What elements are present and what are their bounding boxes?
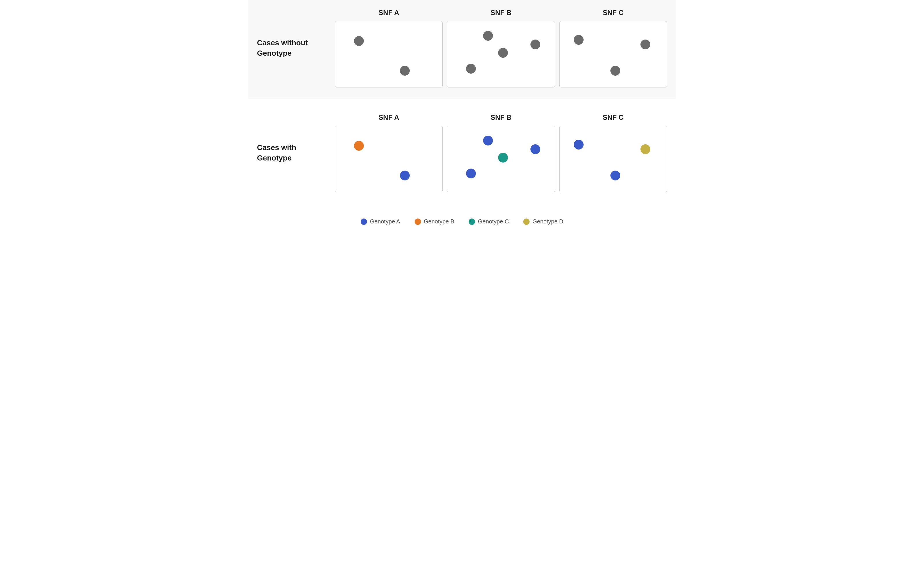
- legend-container: Genotype AGenotype BGenotype CGenotype D: [248, 218, 676, 233]
- panel-box: [335, 21, 443, 87]
- legend-label: Genotype C: [478, 218, 509, 225]
- legend-dot-icon: [469, 219, 475, 225]
- panel-title: SNF C: [603, 113, 623, 122]
- case-dot: [400, 66, 410, 76]
- legend-item: Genotype B: [415, 218, 455, 225]
- case-dot: [483, 31, 493, 41]
- case-dot: [611, 171, 620, 180]
- section-with-genotype: Cases with GenotypeSNF ASNF BSNF C: [248, 105, 676, 204]
- case-dot: [641, 40, 650, 49]
- panel-box: [335, 126, 443, 192]
- panel-box: [447, 126, 555, 192]
- panel-title: SNF B: [491, 9, 511, 17]
- legend-dot-icon: [523, 219, 530, 225]
- legend-item: Genotype A: [361, 218, 400, 225]
- panel-wrapper: SNF B: [447, 9, 555, 87]
- case-dot: [530, 40, 540, 49]
- legend-item: Genotype C: [469, 218, 509, 225]
- case-dot: [354, 36, 364, 46]
- panel-box: [447, 21, 555, 87]
- panel-box: [559, 126, 667, 192]
- row-label: Cases without Genotype: [257, 38, 326, 58]
- case-dot: [611, 66, 620, 76]
- panel-title: SNF A: [379, 113, 399, 122]
- panel-wrapper: SNF A: [335, 113, 443, 192]
- case-dot: [466, 168, 476, 178]
- panel-title: SNF B: [491, 113, 511, 122]
- legend-item: Genotype D: [523, 218, 563, 225]
- panel-title: SNF A: [379, 9, 399, 17]
- panels-container: SNF ASNF BSNF C: [335, 9, 667, 87]
- case-dot: [574, 140, 584, 149]
- case-dot: [530, 145, 540, 154]
- panel-title: SNF C: [603, 9, 623, 17]
- row-container: Cases without GenotypeSNF ASNF BSNF C: [257, 9, 667, 87]
- legend-label: Genotype B: [424, 218, 455, 225]
- legend-label: Genotype D: [533, 218, 563, 225]
- panel-wrapper: SNF C: [559, 9, 667, 87]
- case-dot: [400, 171, 410, 180]
- panel-wrapper: SNF A: [335, 9, 443, 87]
- diagram-container: Cases without GenotypeSNF ASNF BSNF CCas…: [248, 0, 676, 233]
- row-label: Cases with Genotype: [257, 143, 326, 163]
- legend-label: Genotype A: [370, 218, 400, 225]
- case-dot: [641, 145, 650, 154]
- case-dot: [354, 141, 364, 151]
- panel-wrapper: SNF B: [447, 113, 555, 192]
- section-without-genotype: Cases without GenotypeSNF ASNF BSNF C: [248, 0, 676, 99]
- case-dot: [574, 35, 584, 45]
- panels-container: SNF ASNF BSNF C: [335, 113, 667, 192]
- case-dot: [483, 136, 493, 146]
- case-dot: [498, 48, 508, 58]
- row-container: Cases with GenotypeSNF ASNF BSNF C: [257, 113, 667, 192]
- case-dot: [498, 153, 508, 162]
- case-dot: [466, 64, 476, 74]
- legend-dot-icon: [361, 219, 367, 225]
- panel-wrapper: SNF C: [559, 113, 667, 192]
- panel-box: [559, 21, 667, 87]
- legend-dot-icon: [415, 219, 421, 225]
